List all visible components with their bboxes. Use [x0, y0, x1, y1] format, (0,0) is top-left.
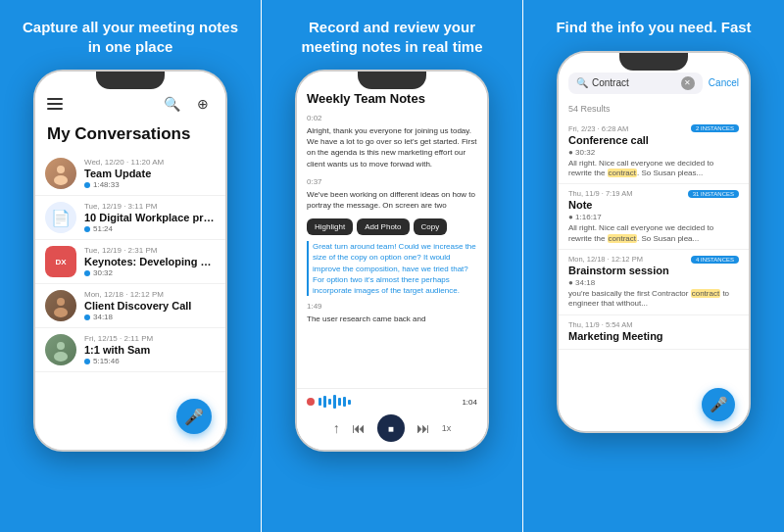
left-phone-screen: 🔍 ⊕ My Conversations Wed, 12/20 · 11:2: [35, 72, 225, 450]
conv-date-sam: Fri, 12/15 · 2:11 PM: [84, 334, 216, 343]
svg-point-1: [54, 175, 68, 185]
result-duration-conference: ● 30:32: [568, 148, 739, 157]
instances-badge: 2 INSTANCES: [691, 124, 739, 132]
left-panel: Capture all your meeting notes in one pl…: [0, 0, 261, 532]
left-panel-title: Capture all your meeting notes in one pl…: [10, 18, 251, 56]
timestamp-2: 0:37: [307, 177, 477, 186]
header-icons: 🔍 ⊕: [161, 93, 214, 115]
result-item-marketing[interactable]: Thu, 11/9 · 5:54 AM Marketing Meeting: [559, 315, 749, 350]
record-dot: [307, 398, 315, 406]
cancel-button[interactable]: Cancel: [709, 77, 739, 88]
result-duration-note: ● 1:16:17: [568, 213, 739, 221]
duration-dot-keynotes: [84, 270, 90, 276]
avatar-digital: 📄: [45, 202, 76, 233]
result-date-marketing: Thu, 11/9 · 5:54 AM: [568, 320, 739, 329]
conversations-section-title: My Conversations: [35, 121, 225, 152]
right-panel: Find the info you need. Fast 🔍 Contract …: [523, 0, 784, 532]
highlight-contract-1: contract: [608, 169, 637, 177]
playback-bar: 1:04 ↑ ⏮ ■ ⏭ 1x: [297, 388, 487, 450]
wave-bar: [343, 397, 346, 407]
highlight-toolbar: Highlight Add Photo Copy: [307, 218, 477, 235]
avatar-keynotes: DX: [45, 246, 76, 277]
right-phone: 🔍 Contract ✕ Cancel 54 Results Fri, 2/23…: [557, 51, 751, 433]
result-snippet-note: All right. Nice call everyone we decided…: [568, 223, 739, 244]
svg-point-5: [54, 352, 68, 362]
add-icon[interactable]: ⊕: [192, 93, 214, 115]
mic-fab-right-button[interactable]: 🎤: [702, 388, 735, 421]
fast-forward-icon[interactable]: ⏭: [416, 420, 430, 436]
result-date-conference: Fri, 2/23 · 6:28 AM 2 INSTANCES: [568, 124, 739, 133]
conv-content-keynotes: Tue, 12/19 · 2:31 PM Keynotes: Developin…: [84, 246, 216, 277]
avatar-sam: [45, 334, 76, 365]
conv-duration-digital: 51:24: [84, 224, 216, 233]
wave-bars: [318, 395, 351, 409]
svg-point-4: [57, 342, 65, 350]
conv-content-digital: Tue, 12/19 · 3:11 PM 10 Digital Workplac…: [84, 202, 216, 233]
result-snippet-conference: All right. Nice call everyone we decided…: [568, 159, 739, 179]
result-snippet-brainstorm: you're basically the first Contractor co…: [568, 289, 739, 310]
middle-panel: Record and review your meeting notes in …: [262, 0, 522, 532]
result-title-marketing: Marketing Meeting: [568, 330, 739, 342]
duration-dot: [84, 182, 90, 188]
waveform: 1:04: [307, 395, 477, 409]
conv-content-team-update: Wed, 12/20 · 11:20 AM Team Update 1:48:3…: [84, 158, 216, 189]
conv-name: Team Update: [84, 168, 216, 179]
conv-item-client[interactable]: Mon, 12/18 · 12:12 PM Client Discovery C…: [35, 284, 225, 328]
conv-item-sam[interactable]: Fri, 12/15 · 2:11 PM 1:1 with Sam 5:15:4…: [35, 328, 225, 372]
middle-panel-title: Record and review your meeting notes in …: [271, 18, 513, 56]
notes-text-1: Alright, thank you everyone for joining …: [307, 125, 477, 169]
conv-name-digital: 10 Digital Workplace predi...: [84, 212, 216, 223]
notes-text-3: The user research came back and: [307, 314, 477, 324]
conv-duration-keynotes: 30:32: [84, 268, 216, 277]
hamburger-icon[interactable]: [47, 98, 63, 110]
phone-notch: [96, 72, 165, 89]
result-title-conference: Conference call: [568, 134, 739, 146]
stop-button[interactable]: ■: [377, 414, 405, 442]
rewind-icon[interactable]: ⏮: [352, 420, 366, 436]
conv-content-client: Mon, 12/18 · 12:12 PM Client Discovery C…: [84, 290, 216, 321]
right-phone-screen: 🔍 Contract ✕ Cancel 54 Results Fri, 2/23…: [559, 53, 749, 431]
result-title-note: Note: [568, 199, 739, 211]
notes-text-2: We've been working on different ideas on…: [307, 189, 477, 211]
result-item-brainstorm[interactable]: Mon, 12/18 · 12:12 PM 4 INSTANCES Brains…: [559, 250, 749, 315]
wave-bar: [318, 398, 321, 406]
conv-date-digital: Tue, 12/19 · 3:11 PM: [84, 202, 216, 211]
result-item-note[interactable]: Thu, 11/9 · 7:19 AM 31 INSTANCES Note ● …: [559, 184, 749, 250]
highlight-contract-3: contract: [691, 289, 720, 298]
conv-name-sam: 1:1 with Sam: [84, 344, 216, 356]
middle-phone: Weekly Team Notes 0:02 Alright, thank yo…: [295, 70, 489, 452]
conv-duration-sam: 5:15:46: [84, 357, 216, 365]
duration-dot-digital: [84, 226, 90, 232]
search-clear-button[interactable]: ✕: [681, 76, 695, 90]
conv-name-client: Client Discovery Call: [84, 300, 216, 312]
conv-item-team-update[interactable]: Wed, 12/20 · 11:20 AM Team Update 1:48:3…: [35, 152, 225, 196]
conv-duration: 1:48:33: [84, 180, 216, 189]
highlight-button[interactable]: Highlight: [307, 218, 353, 235]
instances-badge-brainstorm: 4 INSTANCES: [691, 256, 739, 264]
wave-bar: [333, 395, 336, 409]
conv-content-sam: Fri, 12/15 · 2:11 PM 1:1 with Sam 5:15:4…: [84, 334, 216, 365]
share-icon[interactable]: ↑: [333, 420, 340, 436]
speed-icon[interactable]: 1x: [442, 423, 452, 433]
notes-content: Weekly Team Notes 0:02 Alright, thank yo…: [297, 72, 487, 324]
search-input[interactable]: Contract: [592, 77, 629, 88]
middle-phone-screen: Weekly Team Notes 0:02 Alright, thank yo…: [297, 72, 487, 450]
search-input-area[interactable]: 🔍 Contract ✕: [568, 73, 703, 94]
conv-item-digital[interactable]: 📄 Tue, 12/19 · 3:11 PM 10 Digital Workpl…: [35, 196, 225, 240]
conversations-list: Wed, 12/20 · 11:20 AM Team Update 1:48:3…: [35, 152, 225, 372]
mic-fab-button[interactable]: 🎤: [176, 399, 212, 434]
add-photo-button[interactable]: Add Photo: [357, 218, 409, 235]
wave-bar: [323, 396, 326, 408]
playback-time: 1:04: [462, 398, 477, 407]
timestamp-1: 0:02: [307, 114, 477, 122]
copy-button[interactable]: Copy: [414, 218, 448, 235]
result-date-note: Thu, 11/9 · 7:19 AM 31 INSTANCES: [568, 189, 739, 198]
timestamp-3: 1:49: [307, 302, 477, 311]
notes-title: Weekly Team Notes: [307, 91, 477, 106]
result-item-conference[interactable]: Fri, 2/23 · 6:28 AM 2 INSTANCES Conferen…: [559, 120, 749, 185]
conv-item-keynotes[interactable]: DX Tue, 12/19 · 2:31 PM Keynotes: Develo…: [35, 240, 225, 284]
svg-point-0: [57, 166, 65, 173]
conv-date-client: Mon, 12/18 · 12:12 PM: [84, 290, 216, 299]
duration-dot-sam: [84, 359, 90, 364]
search-icon[interactable]: 🔍: [161, 93, 182, 115]
